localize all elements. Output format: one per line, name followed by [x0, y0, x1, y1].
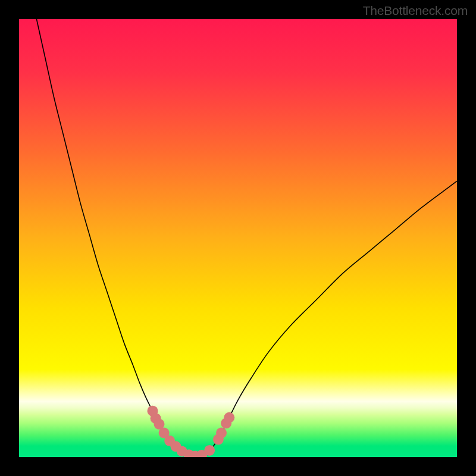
curves-layer: [19, 19, 457, 457]
plot-area: [19, 19, 457, 457]
valley-markers: [147, 406, 234, 457]
marker-dot: [224, 412, 234, 423]
chart-frame: TheBottleneck.com: [0, 0, 476, 476]
marker-dot: [204, 445, 215, 456]
left-curve: [36, 19, 194, 457]
watermark-label: TheBottleneck.com: [363, 4, 468, 18]
marker-dot: [216, 428, 227, 439]
